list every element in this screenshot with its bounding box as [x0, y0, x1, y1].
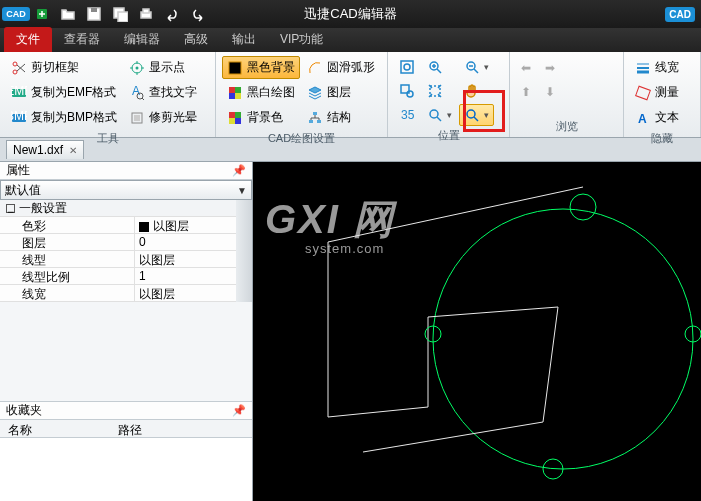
favorites-title-bar: 收藏夹 📌 — [0, 402, 252, 420]
rotate-button[interactable]: 35° — [394, 104, 420, 126]
text-button[interactable]: A文本 — [630, 106, 684, 129]
pan-button[interactable] — [459, 80, 494, 102]
favorites-header: 名称 路径 — [0, 420, 252, 438]
app-icon[interactable]: CAD — [6, 4, 26, 24]
group-hide: 线宽 测量 A文本 隐藏 — [624, 52, 701, 137]
zoom-fit-icon — [399, 59, 415, 75]
doc-tab-label: New1.dxf — [13, 143, 63, 157]
prop-value[interactable]: 0 — [135, 234, 236, 250]
undo-icon[interactable] — [162, 4, 182, 24]
col-path[interactable]: 路径 — [110, 420, 150, 437]
ribbon: 剪切框架 EMF复制为EMF格式 BMP复制为BMP格式 显示点 A查找文字 修… — [0, 52, 701, 138]
prop-row[interactable]: 图层0 — [0, 234, 236, 251]
extents-button[interactable] — [422, 80, 457, 102]
quick-access-toolbar: CAD — [6, 4, 208, 24]
prop-key: 线型 — [0, 251, 135, 267]
close-tab-icon[interactable]: ✕ — [69, 145, 77, 156]
prop-value[interactable]: 1 — [135, 268, 236, 284]
document-tab[interactable]: New1.dxf ✕ — [6, 140, 84, 159]
pin-icon[interactable]: 📌 — [232, 164, 246, 177]
nav-forward-button[interactable]: ➡ — [540, 58, 560, 78]
zoom-selected-button[interactable]: ▾ — [459, 104, 494, 126]
prop-row[interactable]: 色彩以图层 — [0, 217, 236, 234]
show-point-button[interactable]: 显示点 — [124, 56, 202, 79]
group-title: 浏览 — [516, 117, 617, 137]
nav-back-button[interactable]: ⬅ — [516, 58, 536, 78]
svg-text:EMF: EMF — [11, 85, 27, 98]
prop-group-header[interactable]: −一般设置 — [0, 200, 236, 217]
drawing-canvas[interactable]: GXI 网 system.com — [253, 162, 701, 501]
redo-icon[interactable] — [188, 4, 208, 24]
svg-rect-26 — [229, 118, 235, 124]
emf-icon: EMF — [11, 85, 27, 101]
nav-up-button[interactable]: ⬆ — [516, 82, 536, 102]
prop-row[interactable]: 线型比例1 — [0, 268, 236, 285]
scrollbar[interactable] — [236, 200, 252, 302]
panel-title-label: 收藏夹 — [6, 402, 42, 419]
group-cad-settings: 黑色背景 黑白绘图 背景色 圆滑弧形 图层 结构 CAD绘图设置 — [216, 52, 388, 137]
new-icon[interactable] — [32, 4, 52, 24]
open-icon[interactable] — [58, 4, 78, 24]
tab-output[interactable]: 输出 — [220, 27, 268, 52]
halo-icon — [129, 110, 145, 126]
title-bar: CAD 迅捷CAD编辑器 CAD — [0, 0, 701, 28]
nav-down-button[interactable]: ⬇ — [540, 82, 560, 102]
scissors-icon — [11, 60, 27, 76]
svg-point-34 — [407, 91, 413, 97]
pin-icon[interactable]: 📌 — [232, 404, 246, 417]
zoom-out-button[interactable]: ▾ — [459, 56, 494, 78]
clip-frame-button[interactable]: 剪切框架 — [6, 56, 122, 79]
text-icon: A — [635, 110, 651, 126]
layers-icon — [307, 85, 323, 101]
find-text-button[interactable]: A查找文字 — [124, 81, 202, 104]
saveas-icon[interactable] — [110, 4, 130, 24]
default-combo[interactable]: 默认值 ▼ — [0, 180, 252, 200]
smooth-arc-button[interactable]: 圆滑弧形 — [302, 56, 380, 79]
svg-rect-6 — [143, 9, 149, 13]
prop-value[interactable]: 以图层 — [135, 251, 236, 267]
title-right: CAD — [665, 7, 695, 21]
print-icon[interactable] — [136, 4, 156, 24]
prop-row[interactable]: 线型以图层 — [0, 251, 236, 268]
tab-advanced[interactable]: 高级 — [172, 27, 220, 52]
cad-badge-icon: CAD — [665, 7, 695, 22]
layer-button[interactable]: 图层 — [302, 81, 380, 104]
drawing-svg — [253, 162, 701, 501]
tab-viewer[interactable]: 查看器 — [52, 27, 112, 52]
copy-emf-button[interactable]: EMF复制为EMF格式 — [6, 81, 122, 104]
prop-key: 线型比例 — [0, 268, 135, 284]
prop-value[interactable]: 以图层 — [135, 285, 236, 301]
black-bg-button[interactable]: 黑色背景 — [222, 56, 300, 79]
target-icon — [129, 60, 145, 76]
extents-icon — [427, 83, 443, 99]
col-name[interactable]: 名称 — [0, 420, 110, 437]
ribbon-tabs: 文件 查看器 编辑器 高级 输出 VIP功能 — [0, 28, 701, 52]
tab-editor[interactable]: 编辑器 — [112, 27, 172, 52]
trim-halo-button[interactable]: 修剪光晕 — [124, 106, 202, 129]
svg-text:A: A — [638, 112, 647, 126]
prop-value[interactable]: 以图层 — [135, 217, 236, 233]
svg-point-38 — [430, 110, 438, 118]
arc-icon — [307, 60, 323, 76]
tab-vip[interactable]: VIP功能 — [268, 27, 335, 52]
save-icon[interactable] — [84, 4, 104, 24]
prop-key: 图层 — [0, 234, 135, 250]
svg-rect-23 — [235, 93, 241, 99]
bg-color-button[interactable]: 背景色 — [222, 106, 300, 129]
zoom-in-button[interactable] — [422, 56, 457, 78]
zoom-fit-button[interactable] — [394, 56, 420, 78]
tab-file[interactable]: 文件 — [4, 27, 52, 52]
zoom-out-icon — [464, 59, 480, 75]
favorites-list — [0, 438, 252, 501]
copy-bmp-button[interactable]: BMP复制为BMP格式 — [6, 106, 122, 129]
prop-row[interactable]: 线宽以图层 — [0, 285, 236, 302]
svg-rect-31 — [401, 61, 413, 73]
measure-button[interactable]: 测量 — [630, 81, 684, 104]
bw-draw-button[interactable]: 黑白绘图 — [222, 81, 300, 104]
structure-button[interactable]: 结构 — [302, 106, 380, 129]
linewidth-button[interactable]: 线宽 — [630, 56, 684, 79]
linewidth-icon — [635, 60, 651, 76]
zoom-win-button[interactable] — [394, 80, 420, 102]
zoom-range-button[interactable]: ▾ — [422, 104, 457, 126]
svg-rect-41 — [636, 86, 651, 100]
